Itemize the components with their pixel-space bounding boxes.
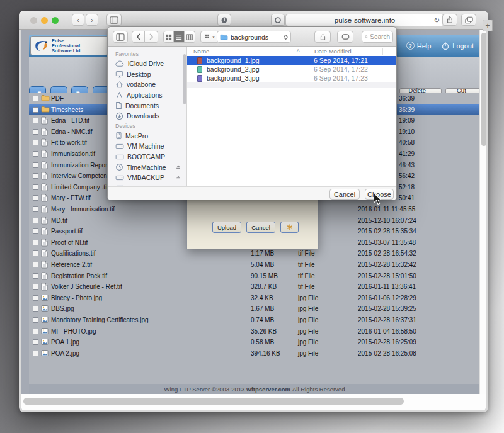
horizontal-scrollbar-track[interactable] bbox=[21, 394, 486, 410]
name-column-header[interactable]: Name bbox=[193, 48, 209, 55]
file-checkbox[interactable] bbox=[33, 284, 38, 290]
ftp-file-row[interactable]: DBS.jpg1.67 MBjpg File2015-02-28 15:39:2… bbox=[29, 303, 480, 314]
vertical-scrollbar-track[interactable] bbox=[479, 30, 486, 394]
reload-icon[interactable]: ↻ bbox=[433, 16, 440, 25]
download-icon bbox=[115, 112, 123, 120]
sidebar-item-label: VM Machine bbox=[127, 142, 164, 150]
ftp-file-row[interactable]: Qualifications.tif1.17 MBtif File2015-02… bbox=[29, 248, 480, 259]
file-checkbox[interactable] bbox=[33, 228, 38, 234]
finder-file-row[interactable]: background_3.jpg6 Sep 2014, 17:23 bbox=[187, 74, 396, 82]
list-view-button[interactable] bbox=[174, 31, 185, 43]
sidebar-item-bootcamp[interactable]: BOOTCAMP bbox=[108, 152, 186, 162]
tabs-overview-icon[interactable] bbox=[461, 14, 476, 26]
file-checkbox[interactable] bbox=[33, 151, 38, 157]
file-checkbox[interactable] bbox=[33, 339, 38, 345]
upload-cancel-button[interactable]: Cancel bbox=[246, 222, 275, 233]
extension-icon[interactable] bbox=[217, 14, 231, 26]
eject-icon[interactable] bbox=[175, 164, 181, 170]
transfer-options-button[interactable] bbox=[280, 222, 299, 233]
date-column-header[interactable]: Date Modified bbox=[314, 48, 352, 55]
file-checkbox[interactable] bbox=[33, 295, 38, 301]
file-checkbox[interactable] bbox=[33, 162, 38, 168]
footer-text: All Rights Reserved bbox=[292, 386, 345, 393]
sidebar-item-applications[interactable]: Applications bbox=[108, 90, 186, 101]
horizontal-scrollbar-thumb[interactable] bbox=[23, 398, 404, 405]
sidebar-item-desktop[interactable]: Desktop bbox=[108, 69, 186, 80]
cancel-button[interactable]: Cancel bbox=[329, 189, 360, 200]
ftp-file-row[interactable]: POA 2.jpg394.16 KBjpg File2015-02-28 16:… bbox=[29, 348, 480, 359]
file-checkbox[interactable] bbox=[33, 329, 38, 334]
image-thumbnail-icon bbox=[197, 57, 202, 64]
column-divider bbox=[307, 48, 307, 55]
sidebar-item-vmbackup[interactable]: VMBACKUP bbox=[108, 172, 186, 183]
sidebar-item-icloud-drive[interactable]: iCloud Drive bbox=[108, 59, 186, 69]
upload-button[interactable]: Upload bbox=[212, 222, 241, 233]
sidebar-item-timemachine[interactable]: TimeMachine bbox=[108, 162, 186, 172]
share-icon[interactable] bbox=[314, 31, 331, 43]
ftp-file-row[interactable]: MI - PHOTO.jpg35.26 KBjpg File2016-01-04… bbox=[29, 326, 480, 337]
finder-file-row[interactable]: background_1.jpg6 Sep 2014, 17:21 bbox=[187, 56, 396, 65]
file-checkbox[interactable] bbox=[33, 129, 38, 135]
forward-button[interactable] bbox=[145, 31, 158, 43]
location-popup[interactable]: backgrounds bbox=[217, 31, 291, 43]
file-checkbox[interactable] bbox=[33, 262, 38, 267]
ftp-file-row[interactable]: Registration Pack.tif90.15 MBtif File201… bbox=[29, 271, 480, 281]
ftp-file-row[interactable]: Mandatory Training Certificates.jpg0.74 … bbox=[29, 315, 480, 325]
address-bar[interactable]: pulse-software.info ↻ bbox=[285, 14, 444, 26]
share-icon[interactable] bbox=[442, 14, 457, 26]
search-input[interactable]: Search bbox=[362, 31, 393, 43]
browser-forward-button[interactable]: › bbox=[86, 14, 98, 26]
finder-file-row[interactable]: background_2.jpg6 Sep 2014, 17:22 bbox=[187, 65, 396, 74]
sidebar-toggle-icon[interactable] bbox=[106, 14, 122, 26]
file-checkbox[interactable] bbox=[33, 240, 38, 245]
file-checkbox[interactable] bbox=[33, 206, 38, 212]
finder-list-header[interactable]: Name ^ Date Modified bbox=[187, 47, 396, 57]
tags-icon[interactable] bbox=[337, 31, 353, 43]
ftp-file-row[interactable]: POA 1.jpg0.58 MBjpg File2015-02-28 16:25… bbox=[29, 337, 480, 347]
file-checkbox[interactable] bbox=[33, 173, 38, 179]
tif-icon bbox=[41, 227, 49, 235]
sidebar-item-macpro[interactable]: MacPro bbox=[108, 131, 186, 142]
help-button[interactable]: ? Help bbox=[406, 42, 432, 50]
ftp-file-row[interactable]: Volker J Scheurle - Ref.tif328.7 KBtif F… bbox=[29, 281, 480, 292]
file-checkbox[interactable] bbox=[33, 351, 38, 356]
browser-back-button[interactable]: ‹ bbox=[72, 14, 84, 26]
footer-link[interactable]: wftpserver.com bbox=[246, 386, 290, 393]
file-name: Bincey - Photo.jpg bbox=[51, 295, 102, 301]
file-checkbox[interactable] bbox=[33, 140, 38, 145]
sidebar-toggle-icon[interactable] bbox=[113, 31, 128, 43]
file-checkbox[interactable] bbox=[33, 118, 38, 123]
column-view-button[interactable] bbox=[185, 31, 195, 43]
eject-icon[interactable] bbox=[175, 174, 181, 181]
sidebar-item-downloads[interactable]: Downloads bbox=[108, 111, 186, 121]
file-name: background_2.jpg bbox=[207, 65, 259, 73]
minimize-window-button[interactable] bbox=[41, 17, 48, 24]
back-button[interactable] bbox=[132, 31, 145, 43]
zoom-window-button[interactable] bbox=[52, 17, 59, 24]
file-size: 5.04 MB bbox=[251, 261, 274, 268]
file-checkbox[interactable] bbox=[33, 96, 38, 101]
file-checkbox[interactable] bbox=[33, 317, 38, 323]
file-checkbox[interactable] bbox=[33, 250, 38, 256]
logout-button[interactable]: Logout bbox=[441, 42, 474, 50]
file-checkbox[interactable] bbox=[33, 184, 38, 190]
new-tab-button[interactable]: + bbox=[483, 20, 493, 31]
file-checkbox[interactable] bbox=[33, 218, 38, 223]
sidebar-item-documents[interactable]: Documents bbox=[108, 100, 186, 111]
file-checkbox[interactable] bbox=[33, 107, 38, 113]
close-window-button[interactable] bbox=[30, 17, 37, 24]
sidebar-item-vodabone[interactable]: vodabone bbox=[108, 79, 186, 90]
file-checkbox[interactable] bbox=[33, 195, 38, 201]
file-type: tif File bbox=[298, 250, 315, 257]
ftp-file-row[interactable]: Reference 2.tif5.04 MBtif File2015-02-28… bbox=[29, 259, 480, 270]
icon-view-button[interactable] bbox=[163, 31, 174, 43]
ftp-file-row[interactable]: Bincey - Photo.jpg32.4 KBjpg File2016-01… bbox=[29, 293, 480, 303]
sidebar-item-vm-machine[interactable]: VM Machine bbox=[108, 141, 186, 152]
vertical-scrollbar-thumb[interactable] bbox=[481, 33, 486, 146]
file-type: tif File bbox=[298, 273, 315, 279]
file-date: 2016-01-11 13:36:41 bbox=[358, 283, 416, 290]
sidebar-scrollbar-thumb[interactable] bbox=[183, 54, 186, 104]
file-checkbox[interactable] bbox=[33, 273, 38, 279]
file-checkbox[interactable] bbox=[33, 306, 38, 312]
extension-icon[interactable] bbox=[271, 14, 285, 26]
